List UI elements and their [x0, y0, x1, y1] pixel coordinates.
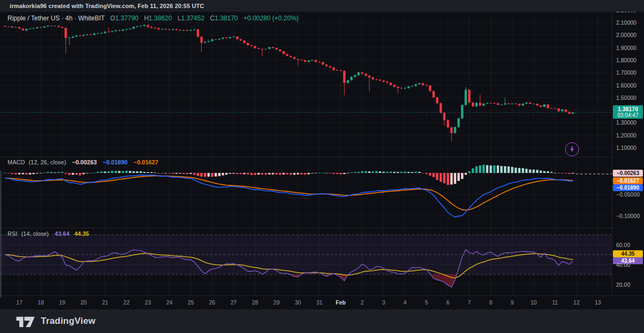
panel-separator: [0, 157, 612, 157]
axis-tick-label: −0.10000: [616, 213, 640, 219]
attribution-bar: irmakorkia96 created with TradingView.co…: [0, 0, 644, 12]
time-tick-label: 28: [252, 299, 258, 306]
open-label: O: [110, 15, 115, 22]
high-label: H: [144, 15, 149, 22]
macd-params: (12, 26, close): [28, 159, 66, 165]
axis-tick-label: −0.05000: [616, 191, 640, 198]
time-tick-label: 10: [530, 299, 537, 306]
time-tick-label: 19: [59, 299, 65, 306]
axis-tick-label: 2.10000: [616, 19, 636, 26]
macd-line-badge: −0.01890: [613, 184, 643, 191]
bottom-brand-bar: TradingView: [0, 309, 644, 333]
time-tick-label: Feb: [336, 299, 346, 306]
rsi-title: RSI: [8, 230, 17, 237]
time-tick-label: 2: [361, 299, 364, 306]
lightning-icon: [568, 146, 576, 153]
open-value: 1.37790: [115, 15, 138, 22]
price-panel-chart[interactable]: [0, 12, 612, 157]
high-value: 1.38620: [149, 15, 172, 22]
time-tick-label: 17: [16, 299, 23, 306]
time-tick-label: 9: [510, 299, 514, 306]
left-edge-strip: [0, 171, 2, 298]
axis-tick-label: 1.80000: [616, 57, 636, 63]
flash-boost-button[interactable]: [565, 142, 579, 156]
time-tick-label: 24: [166, 299, 173, 306]
macd-signal-badge: −0.01627: [613, 177, 643, 184]
time-tick-label: 8: [489, 299, 493, 306]
macd-header: MACD (12, 26, close) −0.00263 −0.01890 −…: [8, 159, 158, 165]
time-scale[interactable]: 171819202122232425262728293031Feb2345678…: [0, 295, 644, 310]
time-tick-label: 3: [382, 299, 385, 306]
axis-tick-label: 1.30000: [616, 119, 636, 126]
axis-tick-label: 1.90000: [616, 45, 636, 51]
rsi-ma-badge: 44.35: [613, 250, 643, 257]
time-tick-label: 26: [209, 299, 216, 306]
macd-hist-value: −0.00263: [72, 159, 97, 165]
macd-panel-chart[interactable]: [0, 157, 612, 228]
macd-signal-value: −0.01627: [134, 159, 158, 165]
axis-tick-label: 1.20000: [616, 132, 636, 139]
time-tick-label: 20: [80, 299, 87, 306]
last-price-value: 1.38170: [613, 106, 643, 112]
time-tick-label: 12: [573, 299, 580, 306]
close-value: 1.38170: [215, 15, 238, 22]
rsi-value: 43.64: [55, 230, 70, 237]
macd-line-value: −0.01890: [103, 159, 127, 165]
time-tick-label: 13: [595, 299, 601, 306]
price-scale[interactable]: −0.00263 −0.01627 −0.01890 44.35 43.64 2…: [612, 12, 644, 295]
axis-tick-label: 1.10000: [616, 144, 636, 151]
axis-tick-label: 1.60000: [616, 82, 636, 89]
symbol-title: Ripple / Tether US · 4h · WhiteBIT: [8, 15, 105, 22]
time-tick-label: 29: [273, 299, 280, 306]
tradingview-snapshot: irmakorkia96 created with TradingView.co…: [0, 0, 644, 333]
panel-separator: [0, 228, 612, 228]
countdown-timer: 03:04:47: [613, 112, 643, 118]
time-tick-label: 23: [145, 299, 151, 306]
attribution-text: irmakorkia96 created with TradingView.co…: [10, 3, 204, 9]
axis-tick-label: 20.00: [616, 281, 630, 288]
time-tick-label: 6: [447, 299, 450, 306]
time-tick-label: 4: [404, 299, 407, 306]
axis-tick-label: 40.00: [616, 262, 630, 268]
time-tick-label: 7: [468, 299, 471, 306]
axis-tick-label: 2.00000: [616, 32, 636, 38]
change-value: +0.00280 (+0.20%): [244, 15, 299, 22]
low-value: 1.37452: [181, 15, 204, 22]
macd-title: MACD: [8, 159, 25, 165]
last-price-badge: 1.38170 03:04:47: [613, 105, 643, 119]
symbol-header: Ripple / Tether US · 4h · WhiteBIT O1.37…: [8, 15, 298, 22]
tradingview-mark-icon: [16, 315, 35, 328]
tradingview-logo[interactable]: TradingView: [16, 315, 96, 328]
time-tick-label: 30: [295, 299, 301, 306]
time-tick-label: 21: [102, 299, 108, 306]
close-label: C: [210, 15, 215, 22]
axis-tick-label: 1.50000: [616, 95, 636, 101]
time-tick-label: 27: [230, 299, 237, 306]
rsi-header: RSI (14, close) 43.64 44.35: [8, 230, 89, 237]
time-tick-label: 25: [188, 299, 194, 306]
rsi-ma-value: 44.35: [74, 230, 89, 237]
axis-tick-label: 60.00: [616, 242, 630, 248]
rsi-params: (14, close): [21, 230, 48, 237]
axis-tick-label: 1.70000: [616, 69, 636, 76]
time-tick-label: 18: [38, 299, 44, 306]
tradingview-wordmark: TradingView: [41, 316, 96, 327]
rsi-panel-chart[interactable]: [0, 228, 612, 295]
time-tick-label: 5: [425, 299, 428, 306]
time-tick-label: 31: [316, 299, 323, 306]
time-tick-label: 11: [552, 299, 558, 306]
macd-hist-badge: −0.00263: [613, 170, 643, 177]
time-tick-label: 22: [123, 299, 130, 306]
axis-tick-label: 2.20000: [616, 12, 636, 13]
